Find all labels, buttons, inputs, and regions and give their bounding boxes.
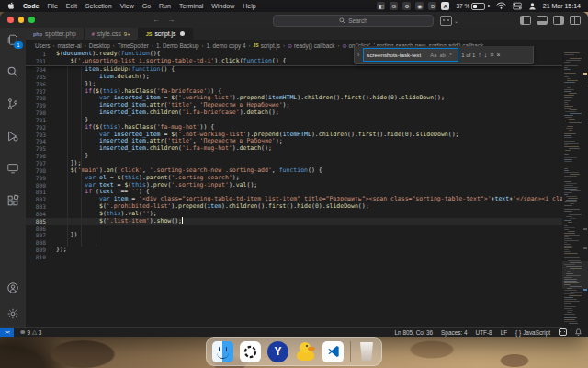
- tab-script-js[interactable]: JSscript.js: [139, 28, 194, 40]
- menubar-clock[interactable]: 21 Mar 15:14: [543, 3, 581, 9]
- command-center-search[interactable]: Search: [273, 15, 434, 27]
- breadcrumb-item[interactable]: 1. demo copy 4: [206, 42, 245, 49]
- find-collapse-icon[interactable]: ›: [357, 52, 359, 58]
- settings-gear-icon[interactable]: [6, 307, 19, 320]
- menu-extra-icon-1[interactable]: G: [390, 2, 398, 10]
- line-number[interactable]: 787: [26, 88, 50, 96]
- code-line-808[interactable]: 808: [26, 239, 588, 247]
- source-control-icon[interactable]: [6, 98, 19, 110]
- history-forward-button[interactable]: →: [167, 16, 175, 24]
- dock-finder-icon[interactable]: [212, 341, 233, 362]
- zoom-window-button[interactable]: [28, 17, 35, 23]
- line-number[interactable]: 799: [26, 175, 50, 182]
- tab-spotter-php[interactable]: phpspotter.php: [26, 28, 85, 40]
- customize-layout-icon[interactable]: [570, 16, 581, 25]
- copilot-status-icon[interactable]: [559, 328, 567, 336]
- breadcrumb-item[interactable]: master-al: [57, 42, 81, 49]
- tab-style-css[interactable]: #style.css9+: [85, 28, 139, 40]
- find-in-selection-icon[interactable]: ≡: [490, 52, 493, 58]
- modified-dot-icon[interactable]: [180, 31, 185, 36]
- line-number[interactable]: 785: [26, 74, 50, 81]
- explorer-icon[interactable]: 1: [6, 33, 19, 46]
- line-number[interactable]: 792: [26, 124, 50, 132]
- line-number[interactable]: 805: [26, 218, 50, 225]
- menu-file[interactable]: File: [48, 3, 58, 9]
- menu-selection[interactable]: Selection: [85, 3, 112, 9]
- line-number[interactable]: 790: [26, 109, 50, 117]
- user-switch-icon[interactable]: [528, 2, 537, 10]
- run-debug-icon[interactable]: [6, 130, 19, 143]
- dock-yandex-icon[interactable]: Y: [267, 341, 288, 362]
- toggle-secondary-sidebar-icon[interactable]: [553, 16, 564, 25]
- wifi-icon[interactable]: [496, 2, 506, 10]
- encoding-indicator[interactable]: UTF-8: [476, 329, 492, 336]
- menu-extra-icon-3[interactable]: ◉: [415, 2, 424, 10]
- dock-vscode-icon[interactable]: [322, 341, 344, 362]
- close-window-button[interactable]: [7, 17, 14, 23]
- menu-run[interactable]: Run: [159, 3, 171, 9]
- dock-trash-icon[interactable]: [357, 342, 376, 362]
- breadcrumb-item[interactable]: ⊙ready() callback: [288, 42, 334, 49]
- copilot-menu-button[interactable]: ⌄: [440, 16, 458, 26]
- line-number[interactable]: 804: [26, 211, 50, 218]
- line-number[interactable]: 807: [26, 232, 50, 239]
- find-previous-button[interactable]: ↑: [478, 52, 481, 58]
- match-case-icon[interactable]: Aa: [430, 52, 436, 58]
- code-line-809[interactable]: 809});: [26, 247, 588, 254]
- menu-extra-icon-4[interactable]: B: [428, 2, 436, 10]
- line-number[interactable]: 1: [26, 51, 50, 58]
- menu-extra-icon-5[interactable]: A: [441, 2, 449, 10]
- dock-chatgpt-icon[interactable]: [240, 341, 261, 362]
- menu-extra-icon-0[interactable]: ◧: [377, 2, 385, 10]
- line-number[interactable]: 794: [26, 138, 50, 145]
- line-number[interactable]: 809: [26, 247, 50, 254]
- breadcrumb-item[interactable]: 1. Demo Backup: [156, 42, 199, 49]
- menu-extra-icon-2[interactable]: ⚙: [402, 2, 411, 10]
- code-line-796[interactable]: 796 }: [26, 153, 588, 160]
- find-next-button[interactable]: ↓: [484, 52, 488, 58]
- code-line-807[interactable]: 807 }): [26, 232, 588, 239]
- breadcrumb-item[interactable]: JSscript.js: [254, 42, 280, 49]
- line-number[interactable]: 797: [26, 160, 50, 167]
- minimap[interactable]: [562, 51, 588, 328]
- breadcrumb-item[interactable]: Users: [35, 42, 50, 49]
- regex-icon[interactable]: .*: [448, 52, 452, 58]
- cursor-position[interactable]: Ln 805, Col 36: [395, 329, 434, 336]
- remote-indicator[interactable]: ><: [0, 328, 14, 337]
- line-number[interactable]: 795: [26, 145, 50, 153]
- code-line-790[interactable]: 790 inserted_item.children('i.fa-briefca…: [26, 109, 588, 117]
- line-number[interactable]: 801: [26, 189, 50, 196]
- menu-edit[interactable]: Edit: [66, 3, 77, 9]
- language-indicator[interactable]: { } JavaScript: [515, 329, 550, 336]
- menu-view[interactable]: View: [120, 3, 134, 9]
- menu-help[interactable]: Help: [243, 3, 255, 9]
- extensions-icon[interactable]: [6, 194, 19, 207]
- indentation-indicator[interactable]: Spaces: 4: [441, 329, 467, 336]
- code-line-795[interactable]: 795 inserted_item.children('i.fa-mug-hot…: [26, 145, 588, 153]
- history-back-button[interactable]: ←: [153, 16, 160, 24]
- dock-cyberduck-icon[interactable]: [295, 341, 316, 362]
- line-number[interactable]: 786: [26, 81, 50, 88]
- code-line-805[interactable]: 805 $('.list-item').show();: [26, 218, 588, 225]
- line-number[interactable]: 808: [26, 239, 50, 247]
- remote-explorer-icon[interactable]: [6, 162, 19, 175]
- line-number[interactable]: 791: [26, 117, 50, 124]
- line-number[interactable]: 803: [26, 203, 50, 211]
- line-number[interactable]: 789: [26, 102, 50, 109]
- toggle-panel-icon[interactable]: [537, 16, 548, 25]
- code-editor[interactable]: 784 item.slideUp(function() {785 item.de…: [26, 51, 588, 328]
- menu-code[interactable]: Code: [23, 3, 40, 9]
- line-number[interactable]: 784: [26, 66, 50, 74]
- line-number[interactable]: 800: [26, 182, 50, 190]
- breadcrumb-item[interactable]: Desktop: [89, 42, 110, 49]
- apple-logo-icon[interactable]: [7, 2, 15, 10]
- menu-go[interactable]: Go: [142, 3, 151, 9]
- battery-indicator[interactable]: 37 %: [456, 3, 489, 10]
- line-number[interactable]: 802: [26, 196, 50, 203]
- line-number[interactable]: 810: [26, 254, 50, 261]
- toggle-sidebar-icon[interactable]: [520, 16, 531, 25]
- search-view-icon[interactable]: [6, 65, 19, 78]
- line-number[interactable]: 788: [26, 95, 50, 102]
- code-line-806[interactable]: 806: [26, 225, 588, 233]
- find-input[interactable]: [367, 52, 427, 58]
